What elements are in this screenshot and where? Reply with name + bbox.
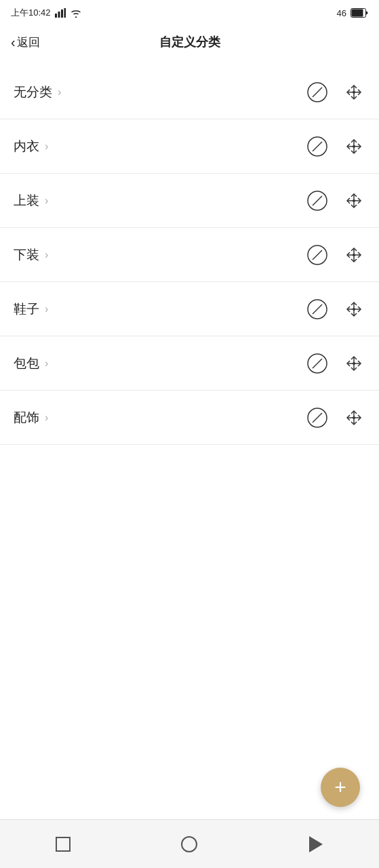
status-time: 上午10:42 bbox=[11, 7, 82, 19]
move-button[interactable] bbox=[342, 135, 365, 158]
move-button[interactable] bbox=[342, 81, 365, 104]
edit-button[interactable] bbox=[306, 298, 329, 321]
move-button[interactable] bbox=[342, 189, 365, 212]
category-name: 无分类 bbox=[14, 83, 52, 101]
bottom-nav bbox=[0, 819, 379, 868]
svg-line-28 bbox=[313, 250, 322, 260]
category-label[interactable]: 包包 › bbox=[14, 355, 48, 372]
battery-label: 46 bbox=[337, 8, 346, 18]
header: ‹ 返回 自定义分类 bbox=[0, 24, 379, 60]
category-actions bbox=[306, 406, 365, 429]
svg-line-35 bbox=[313, 304, 322, 314]
category-item: 包包 › bbox=[0, 336, 379, 391]
category-label[interactable]: 鞋子 › bbox=[14, 300, 48, 318]
back-button[interactable]: ‹ 返回 bbox=[11, 35, 40, 50]
move-button[interactable] bbox=[342, 406, 365, 429]
category-name: 配饰 bbox=[14, 409, 39, 427]
category-actions bbox=[306, 352, 365, 375]
category-item: 鞋子 › bbox=[0, 282, 379, 336]
category-actions bbox=[306, 189, 365, 212]
svg-line-21 bbox=[313, 196, 322, 205]
nav-square-button[interactable] bbox=[46, 831, 80, 858]
svg-rect-1 bbox=[58, 12, 60, 18]
category-label[interactable]: 内衣 › bbox=[14, 138, 48, 155]
triangle-icon bbox=[309, 836, 323, 852]
edit-button[interactable] bbox=[306, 135, 329, 158]
add-icon: + bbox=[334, 777, 346, 797]
category-actions bbox=[306, 135, 365, 158]
chevron-right-icon: › bbox=[45, 195, 48, 207]
signal-icon bbox=[55, 8, 66, 18]
back-chevron-icon: ‹ bbox=[11, 35, 16, 49]
category-label[interactable]: 下装 › bbox=[14, 246, 48, 264]
add-category-button[interactable]: + bbox=[321, 768, 360, 807]
svg-line-14 bbox=[313, 142, 322, 151]
square-icon bbox=[56, 837, 71, 852]
category-actions bbox=[306, 81, 365, 104]
svg-line-42 bbox=[313, 359, 322, 368]
chevron-right-icon: › bbox=[45, 412, 48, 424]
chevron-right-icon: › bbox=[45, 303, 48, 315]
category-list: 无分类 › bbox=[0, 65, 379, 445]
wifi-icon bbox=[70, 9, 82, 18]
move-button[interactable] bbox=[342, 352, 365, 375]
edit-button[interactable] bbox=[306, 406, 329, 429]
category-label[interactable]: 配饰 › bbox=[14, 409, 48, 427]
category-name: 包包 bbox=[14, 355, 39, 372]
svg-rect-3 bbox=[64, 8, 66, 18]
status-bar: 上午10:42 46 bbox=[0, 0, 379, 24]
svg-rect-5 bbox=[352, 9, 363, 17]
chevron-right-icon: › bbox=[45, 249, 48, 261]
svg-line-49 bbox=[313, 413, 322, 422]
edit-button[interactable] bbox=[306, 243, 329, 267]
status-right: 46 bbox=[337, 8, 368, 18]
chevron-right-icon: › bbox=[45, 140, 48, 153]
category-name: 内衣 bbox=[14, 138, 39, 155]
move-button[interactable] bbox=[342, 298, 365, 321]
category-item: 配饰 › bbox=[0, 391, 379, 445]
category-item: 下装 › bbox=[0, 228, 379, 282]
circle-icon bbox=[181, 836, 197, 852]
back-label: 返回 bbox=[17, 35, 40, 50]
nav-home-button[interactable] bbox=[172, 831, 206, 858]
nav-back-button[interactable] bbox=[299, 831, 333, 858]
category-label[interactable]: 无分类 › bbox=[14, 83, 61, 101]
svg-line-7 bbox=[313, 87, 322, 97]
category-item: 内衣 › bbox=[0, 119, 379, 174]
chevron-right-icon: › bbox=[45, 357, 48, 370]
chevron-right-icon: › bbox=[58, 86, 61, 98]
category-item: 上装 › bbox=[0, 174, 379, 228]
category-item: 无分类 › bbox=[0, 65, 379, 119]
edit-button[interactable] bbox=[306, 352, 329, 375]
edit-button[interactable] bbox=[306, 81, 329, 104]
category-actions bbox=[306, 243, 365, 267]
svg-rect-2 bbox=[61, 9, 63, 18]
category-name: 下装 bbox=[14, 246, 39, 264]
move-button[interactable] bbox=[342, 243, 365, 267]
category-name: 上装 bbox=[14, 192, 39, 210]
svg-rect-0 bbox=[55, 14, 57, 18]
category-name: 鞋子 bbox=[14, 300, 39, 318]
page-title: 自定义分类 bbox=[159, 34, 220, 50]
battery-icon bbox=[351, 8, 368, 18]
category-label[interactable]: 上装 › bbox=[14, 192, 48, 210]
category-actions bbox=[306, 298, 365, 321]
edit-button[interactable] bbox=[306, 189, 329, 212]
